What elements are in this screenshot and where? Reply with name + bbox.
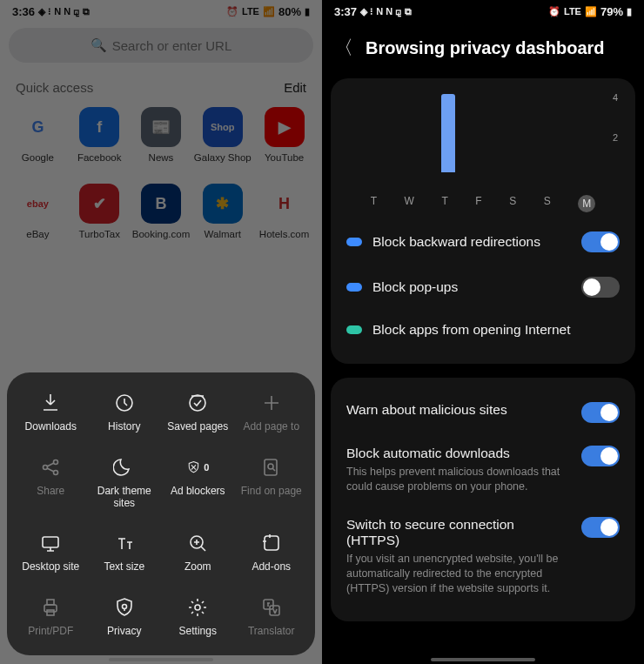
quick-access-site[interactable]: fFacebook (69, 107, 131, 175)
chart-day-label: S (509, 195, 516, 212)
sheet-label: Desktop site (22, 561, 79, 573)
site-label: TurboTax (78, 229, 120, 252)
find-icon (260, 456, 283, 479)
blocker-label: Block apps from opening Internet (372, 322, 620, 338)
sheet-label: Saved pages (167, 421, 228, 433)
site-label: Google (22, 152, 54, 175)
toggle[interactable] (581, 446, 620, 466)
blocker-row[interactable]: Block apps from opening Internet (345, 310, 621, 350)
edit-button[interactable]: Edit (284, 80, 306, 95)
sheet-moon[interactable]: Dark theme sites (88, 456, 162, 510)
site-icon: ebay (17, 184, 57, 224)
site-label: News (149, 152, 174, 175)
sheet-label: Find on page (241, 486, 302, 498)
chart-day-label: T (441, 195, 447, 212)
setting-title: Switch to secure connection (HTTPS) (346, 517, 571, 548)
sheet-label: Translator (248, 626, 295, 638)
signal-icon: 📶 (263, 6, 275, 17)
setting-desc: If you visit an unencrypted website, you… (346, 552, 571, 596)
site-icon: ✱ (203, 184, 243, 224)
sheet-settings[interactable]: Settings (161, 596, 235, 638)
sheet-saved[interactable]: Saved pages (161, 392, 235, 433)
site-icon: f (79, 107, 119, 147)
sheet-label: Add-ons (252, 561, 291, 573)
sheet-desktop[interactable]: Desktop site (14, 532, 88, 573)
sheet-privacy[interactable]: Privacy (88, 596, 162, 638)
sheet-history[interactable]: History (88, 392, 162, 433)
privacy-dashboard-screen: 3:37 ◈ ⁝ N N ⚼ ⧉ ⏰ LTE 📶 79% ▮ 〈 Browsin… (322, 0, 644, 664)
addons-icon (260, 532, 283, 554)
quick-access-site[interactable]: ✔TurboTax (69, 184, 131, 252)
download-icon (39, 392, 62, 414)
sheet-label: History (108, 421, 140, 433)
site-icon: Shop (203, 107, 243, 147)
toggle[interactable] (581, 517, 620, 538)
sheet-label: Print/PDF (28, 626, 73, 638)
chart-day-label: T (371, 195, 377, 212)
blocker-label: Block pop-ups (372, 279, 571, 295)
site-icon: ✔ (79, 184, 119, 224)
network-icon: LTE (564, 6, 581, 17)
zoom-icon (186, 532, 209, 554)
setting-row[interactable]: Warn about malicious sites (345, 392, 621, 435)
print-icon (39, 596, 62, 619)
color-dot (346, 238, 362, 246)
quick-access-site[interactable]: 📰News (131, 107, 192, 175)
blocker-row[interactable]: Block pop-ups (345, 265, 621, 310)
privacy-icon (113, 596, 136, 619)
quick-access-site[interactable]: ✱Walmart (191, 184, 253, 252)
chart-day-label: F (475, 195, 481, 212)
quick-access-header: Quick access Edit (0, 73, 322, 104)
toggle[interactable] (581, 277, 620, 298)
sheet-textsize[interactable]: Text size (88, 532, 162, 573)
site-icon: H (265, 184, 305, 224)
saved-icon (186, 392, 209, 414)
translate-icon (260, 596, 283, 619)
quick-access-site[interactable]: HHotels.com (253, 184, 315, 252)
site-icon: B (141, 184, 181, 224)
blocker-row[interactable]: Block backward redirections (345, 219, 621, 265)
sheet-label: Add page to (243, 421, 299, 433)
sheet-shield[interactable]: 0Ad blockers (161, 456, 235, 510)
page-title: Browsing privacy dashboard (366, 38, 605, 58)
nav-handle[interactable] (431, 658, 535, 661)
nav-handle[interactable] (109, 658, 213, 661)
textsize-icon (113, 532, 136, 554)
toggle[interactable] (581, 231, 620, 252)
setting-desc: This helps prevent malicious downloads t… (346, 465, 571, 494)
settings-card: Warn about malicious sitesBlock automati… (331, 378, 635, 621)
color-dot (346, 283, 362, 292)
toggle[interactable] (581, 402, 620, 423)
quick-access-site[interactable]: BBooking.com (131, 184, 192, 252)
site-label: YouTube (265, 152, 304, 175)
chart-bar (441, 94, 455, 172)
moon-icon (113, 456, 136, 479)
setting-title: Warn about malicious sites (346, 402, 571, 418)
quick-access-site[interactable]: ebayeBay (7, 184, 69, 252)
share-icon (39, 456, 62, 479)
sheet-translate: Translator (235, 596, 309, 638)
quick-access-site[interactable]: GGoogle (7, 107, 69, 175)
back-button[interactable]: 〈 (334, 35, 353, 61)
search-icon: 🔍 (91, 37, 107, 53)
site-label: Walmart (205, 229, 241, 252)
chart-day-label: M (578, 195, 595, 212)
sheet-download[interactable]: Downloads (14, 392, 88, 433)
sheet-zoom[interactable]: Zoom (161, 532, 235, 573)
privacy-chart: 42 (345, 92, 621, 188)
quick-access-site[interactable]: ▶YouTube (253, 107, 315, 175)
settings-icon (186, 596, 209, 619)
quick-access-site[interactable]: ShopGalaxy Shop (191, 107, 253, 175)
setting-row[interactable]: Switch to secure connection (HTTPS)If yo… (345, 506, 621, 608)
sheet-addons[interactable]: Add-ons (235, 532, 309, 573)
history-icon (113, 392, 136, 414)
status-bar: 3:37 ◈ ⁝ N N ⚼ ⧉ ⏰ LTE 📶 79% ▮ (322, 0, 644, 23)
tools-bottom-sheet: DownloadsHistorySaved pagesAdd page toSh… (7, 372, 315, 655)
quick-access-grid: GGooglefFacebook📰NewsShopGalaxy Shop▶You… (0, 104, 322, 267)
site-icon: ▶ (265, 107, 305, 147)
site-label: Galaxy Shop (194, 152, 252, 175)
chart-x-axis: TWTFSSM (345, 195, 621, 219)
sheet-label: Privacy (107, 626, 141, 638)
url-search-bar[interactable]: 🔍 Search or enter URL (9, 28, 313, 63)
setting-row[interactable]: Block automatic downloadsThis helps prev… (345, 435, 621, 506)
